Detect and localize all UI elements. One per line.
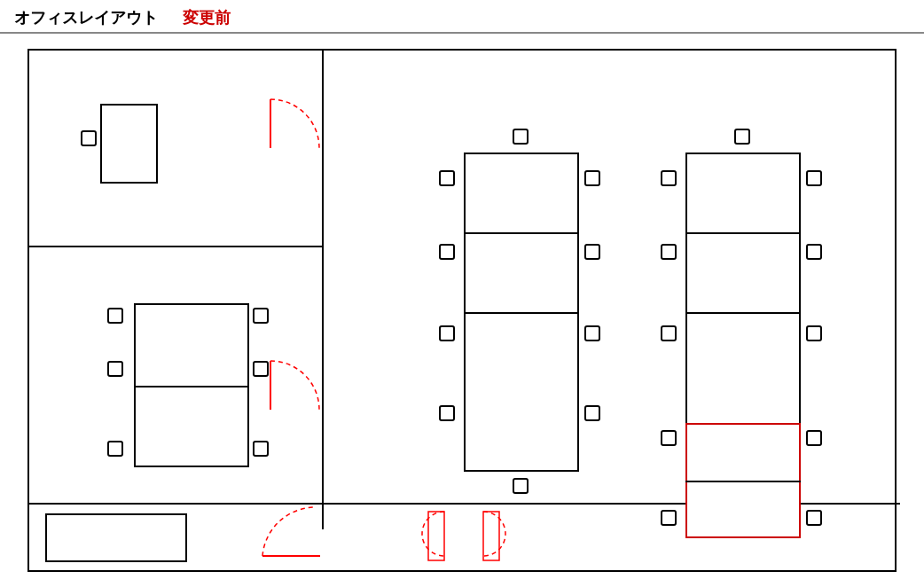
door-bottom-left [262,507,320,560]
floor-plan [27,49,897,572]
chair-ml-br [253,441,269,457]
table-c2-line1 [685,232,801,234]
svg-rect-3 [428,512,444,560]
chair-c2-r1 [806,170,822,186]
chair-ml-tr [253,308,269,324]
header: オフィスレイアウト 変更前 [0,0,924,34]
chair-c1-l1 [439,170,455,186]
chair-red-bl [661,510,677,526]
chair-c1-r1 [584,170,600,186]
chair-red-tl [661,430,677,446]
chair-c2-l2 [661,244,677,260]
chair-ml-ml [107,361,123,377]
door-midleft [270,361,324,414]
chair-ml-tl [107,308,123,324]
chair-c2-l1 [661,170,677,186]
chair-red-br [806,510,822,526]
floor-plan-container [0,34,924,587]
chair-red-tr [806,430,822,446]
chair-c1-r3 [584,325,600,341]
svg-rect-4 [483,512,499,560]
page: オフィスレイアウト 変更前 [0,0,924,587]
chair-ml-mr [253,361,269,377]
page-title-red: 変更前 [183,7,231,28]
chair-tl-left [81,130,97,146]
divider-h3 [322,503,900,505]
chair-c2-top [734,129,750,145]
chair-c1-top [513,129,529,145]
door-topleft [270,99,324,153]
table-red-line [685,481,801,482]
chair-c1-l4 [439,405,455,421]
page-title-black: オフィスレイアウト [14,7,174,28]
chair-c1-l2 [439,244,455,260]
table-c1-line2 [464,312,579,314]
divider-h1 [29,246,322,247]
table-c2-line2 [685,312,801,314]
desk-topleft [100,104,158,184]
bottom-left-desk [45,513,187,562]
chair-c2-r2 [806,244,822,260]
chair-c2-l3 [661,325,677,341]
chair-c1-bot [513,478,529,494]
chair-c1-r4 [584,405,600,421]
chair-c1-r2 [584,244,600,260]
door-bottom-center [428,512,499,565]
divider-h2 [29,503,322,505]
chair-ml-bl [107,441,123,457]
chair-c1-l3 [439,325,455,341]
table-midleft-line [134,386,249,387]
table-c1-line1 [464,232,579,234]
chair-c2-r3 [806,325,822,341]
